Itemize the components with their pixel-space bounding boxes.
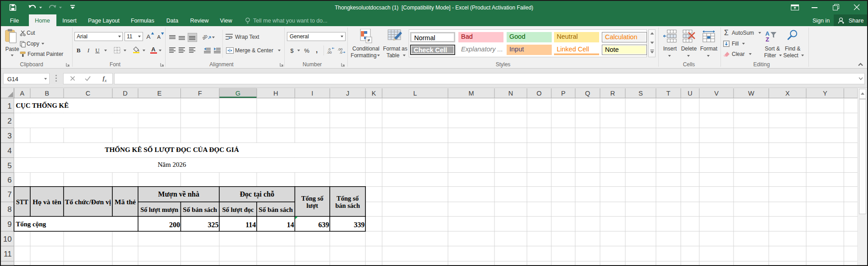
svg-text:10: 10 — [3, 235, 12, 243]
svg-text:3: 3 — [8, 132, 12, 140]
svg-text:6: 6 — [8, 176, 12, 184]
svg-text:Họ và tên: Họ và tên — [32, 198, 61, 206]
svg-text:≠: ≠ — [367, 37, 370, 43]
svg-text:Mã thẻ: Mã thẻ — [115, 198, 136, 206]
svg-text:lượt: lượt — [306, 202, 318, 209]
svg-text:C: C — [86, 90, 90, 97]
svg-text:Tổng số: Tổng số — [337, 195, 359, 202]
svg-text:200: 200 — [169, 221, 180, 229]
svg-text:Năm 2026: Năm 2026 — [158, 161, 186, 168]
svg-text:L: L — [413, 90, 417, 97]
svg-text:7: 7 — [8, 190, 12, 199]
svg-text:K: K — [372, 90, 376, 97]
svg-text:THỐNG KÊ SỐ LƯỢT ĐỌC CỦA ĐỌC G: THỐNG KÊ SỐ LƯỢT ĐỌC CỦA ĐỌC GIẢ — [105, 146, 239, 153]
svg-text:W: W — [748, 90, 754, 97]
svg-text:Số bản sách: Số bản sách — [183, 206, 217, 213]
svg-text:11: 11 — [4, 250, 12, 258]
svg-text:325: 325 — [208, 221, 219, 229]
svg-text:I: I — [311, 90, 313, 97]
svg-text:CỤC THỐNG KÊ: CỤC THỐNG KÊ — [16, 101, 69, 109]
svg-text:S: S — [638, 90, 643, 97]
svg-text:H: H — [273, 90, 278, 97]
svg-text:Tổ chức/Đơn vị: Tổ chức/Đơn vị — [65, 198, 111, 206]
svg-text:STT: STT — [16, 198, 28, 206]
svg-text:Số lượt mượn: Số lượt mượn — [140, 206, 178, 213]
svg-text:bản sách: bản sách — [335, 202, 360, 209]
svg-text:Tổng cộng: Tổng cộng — [16, 220, 46, 228]
svg-text:339: 339 — [354, 221, 365, 229]
svg-text:D: D — [123, 90, 127, 97]
svg-text:O: O — [536, 90, 541, 97]
svg-text:V: V — [714, 90, 719, 97]
svg-text:5: 5 — [8, 161, 12, 170]
svg-text:2: 2 — [8, 117, 12, 125]
svg-text:Mượn về nhà: Mượn về nhà — [158, 190, 199, 198]
svg-text:.00: .00 — [327, 50, 332, 54]
svg-text:E: E — [157, 90, 162, 97]
svg-text:4: 4 — [8, 147, 12, 155]
svg-text:Số lượt đọc: Số lượt đọc — [222, 206, 254, 213]
svg-text:B: B — [45, 90, 49, 97]
svg-text:1: 1 — [8, 102, 12, 110]
svg-text:ab: ab — [202, 34, 208, 41]
svg-text:T: T — [666, 90, 670, 97]
svg-text:.0: .0 — [339, 50, 342, 54]
svg-text:8: 8 — [8, 205, 12, 214]
svg-text:Đọc tại chỗ: Đọc tại chỗ — [240, 190, 274, 198]
svg-text:114: 114 — [245, 221, 256, 229]
svg-text:G: G — [235, 90, 240, 97]
svg-text:M: M — [468, 90, 474, 97]
svg-text:Tổng số: Tổng số — [301, 195, 324, 202]
svg-text:Số bản sách: Số bản sách — [259, 206, 293, 213]
svg-text:14: 14 — [287, 221, 294, 229]
svg-text:N: N — [508, 90, 513, 97]
svg-text:J: J — [346, 90, 349, 97]
svg-text:X: X — [785, 90, 790, 97]
svg-text:R: R — [610, 90, 615, 97]
svg-text:U: U — [688, 90, 692, 97]
svg-text:Y: Y — [823, 90, 827, 97]
svg-text:9: 9 — [8, 220, 12, 229]
svg-text:639: 639 — [319, 221, 329, 229]
svg-text:A: A — [20, 90, 24, 97]
svg-text:Q: Q — [585, 90, 590, 97]
svg-text:F: F — [198, 90, 202, 97]
svg-text:P: P — [561, 90, 566, 97]
